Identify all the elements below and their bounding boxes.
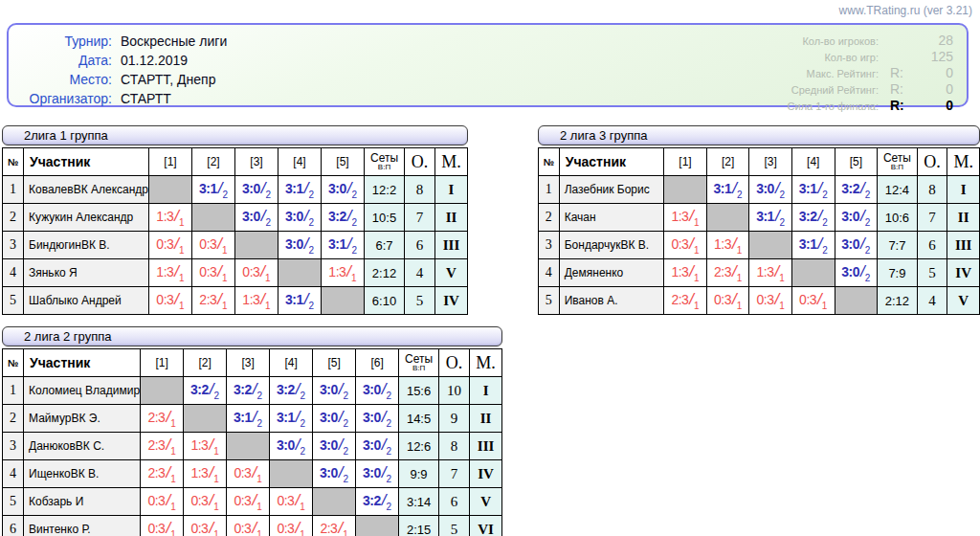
score-cell-win: 3:1/2 [791,232,835,259]
results-table: №Участник[1][2][3][4][5][6]СетыВ:ПО.М.1К… [2,348,502,536]
header-row: №Участник[1][2][3][4][5]СетыВ:ПО.М. [3,148,468,176]
self-cell [356,516,399,536]
score-match-points: 1 [179,273,185,283]
points-total: 8 [405,176,435,204]
player-name: ИщенкоВК В. [24,460,141,488]
score-match-points: 2 [351,245,357,256]
player-number: 5 [3,287,24,315]
player-row: 1Лазебник Борис3:1/23:0/23:1/23:2/212:48… [539,176,980,204]
score-match-points: 1 [779,273,785,283]
score-cell-win: 3:0/2 [313,405,356,433]
sets-won-lost: 7:7 [878,232,918,259]
score-cell-win: 3:0/2 [235,204,278,232]
score-match-points: 2 [344,446,349,457]
score-match-points: 2 [387,446,392,457]
group-table-2liga-3: 2 лига 3 группа№Участник[1][2][3][4][5]С… [538,125,980,315]
info-field-label: Организатор: [20,89,112,108]
score-match-points: 2 [301,446,306,457]
col-header-game-2: [2] [706,148,749,176]
score-match-points: 2 [865,245,871,256]
score-cell-win: 3:1/2 [706,176,749,204]
score-value: 3:0 [320,437,338,453]
score-cell-win: 3:0/2 [835,232,878,259]
col-header-place: М. [470,349,502,377]
score-cell-win: 3:2/2 [227,377,270,405]
sets-won-lost: 6:7 [365,232,405,259]
score-cell-loss: 0:3/1 [192,259,235,287]
player-row: 3БондарчукВК В.0:3/11:3/13:1/23:0/27:76I… [539,232,980,259]
score-cell-win: 3:2/2 [835,176,878,204]
score-value: 3:0 [242,181,260,196]
col-header-points: О. [439,349,470,377]
sets-won-lost: 2:12 [365,259,405,287]
score-value: 1:3 [328,264,345,279]
stat-label: Макс. Рейтинг: [807,68,879,79]
player-number: 3 [539,232,560,259]
score-match-points: 2 [822,245,828,256]
score-match-points: 1 [213,529,219,536]
self-cell [278,259,322,287]
info-field-row: Турнир:Воскресные лиги [20,32,227,51]
player-number: 4 [3,259,24,287]
points-total: 6 [917,232,947,259]
stat-rating-prefix: R: [890,98,924,113]
score-value: 0:3 [199,236,216,252]
score-value: 0:3 [147,493,165,508]
score-value: 3:0 [242,209,260,224]
info-field-row: Организатор:СТАРТТ [20,89,227,108]
score-cell-loss: 1:3/1 [664,204,707,232]
col-header-game-3: [3] [749,148,792,176]
score-value: 0:3 [757,292,774,307]
score-value: 1:3 [242,292,259,307]
info-field-label: Место: [20,70,112,89]
points-total: 8 [439,433,470,460]
score-match-points: 1 [694,217,700,228]
self-cell [184,405,227,433]
score-value: 1:3 [714,236,731,252]
player-row: 6Винтенко Р.0:3/10:3/10:3/10:3/12:3/12:1… [3,516,502,536]
score-value: 3:0 [320,465,338,480]
player-name: Винтенко Р. [24,516,141,536]
stat-row: Макс. Рейтинг:R:0 [788,65,953,81]
stat-value: 28 [924,33,953,48]
score-cell-loss: 0:3/1 [141,516,184,536]
self-cell [706,204,749,232]
score-value: 0:3 [147,521,165,536]
player-number: 4 [539,259,560,287]
group-table-2liga-2: 2 лига 2 группа№Участник[1][2][3][4][5][… [2,326,502,536]
stat-label: Сила 1-го финала: [788,100,879,112]
sets-won-lost: 2:12 [878,287,918,315]
player-row: 5Иванов А.2:3/10:3/10:3/10:3/12:124V [539,287,980,315]
score-match-points: 1 [256,502,262,512]
score-value: 2:3 [671,292,688,307]
score-value: 3:0 [363,437,381,453]
score-cell-win: 3:1/2 [749,204,792,232]
score-cell-loss: 1:3/1 [664,259,707,287]
score-match-points: 1 [265,301,271,311]
score-cell-loss: 0:3/1 [270,488,313,516]
score-match-points: 2 [387,502,392,512]
self-cell [322,287,365,315]
score-cell-loss: 0:3/1 [270,516,313,536]
score-match-points: 1 [265,273,271,283]
final-place: II [435,204,468,232]
player-row: 4Зянько Я1:3/10:3/10:3/11:3/12:124V [3,259,468,287]
col-header-game-1: [1] [149,148,192,176]
col-header-place: М. [947,148,980,176]
score-match-points: 1 [737,245,743,256]
header-row: №Участник[1][2][3][4][5][6]СетыВ:ПО.М. [3,349,502,377]
info-field-value: СТАРТТ [121,89,171,108]
player-name: КовалевВК Александр [24,176,149,204]
score-cell-loss: 1:3/1 [322,259,365,287]
info-field-row: Дата:01.12.2019 [20,51,227,70]
score-cell-loss: 2:3/1 [141,433,184,460]
score-match-points: 2 [265,217,271,228]
score-match-points: 1 [737,273,743,283]
col-header-game-2: [2] [192,148,235,176]
score-cell-win: 3:1/2 [278,176,322,204]
score-value: 3:1 [328,236,346,252]
score-value: 3:2 [841,181,859,196]
score-cell-loss: 2:3/1 [664,287,707,315]
player-number: 3 [3,433,24,460]
score-cell-loss: 2:3/1 [141,460,184,488]
